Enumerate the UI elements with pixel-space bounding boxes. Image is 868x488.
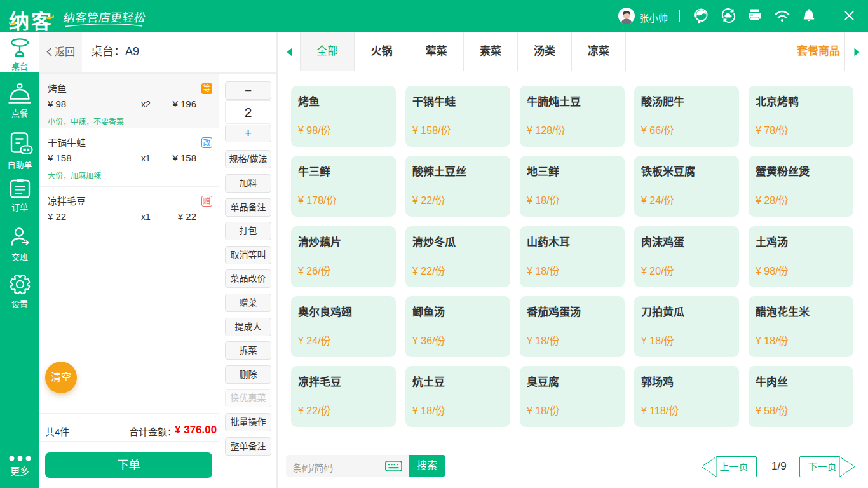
svg-text:下一页: 下一页	[808, 461, 836, 472]
svg-text:上一页: 上一页	[719, 461, 748, 472]
